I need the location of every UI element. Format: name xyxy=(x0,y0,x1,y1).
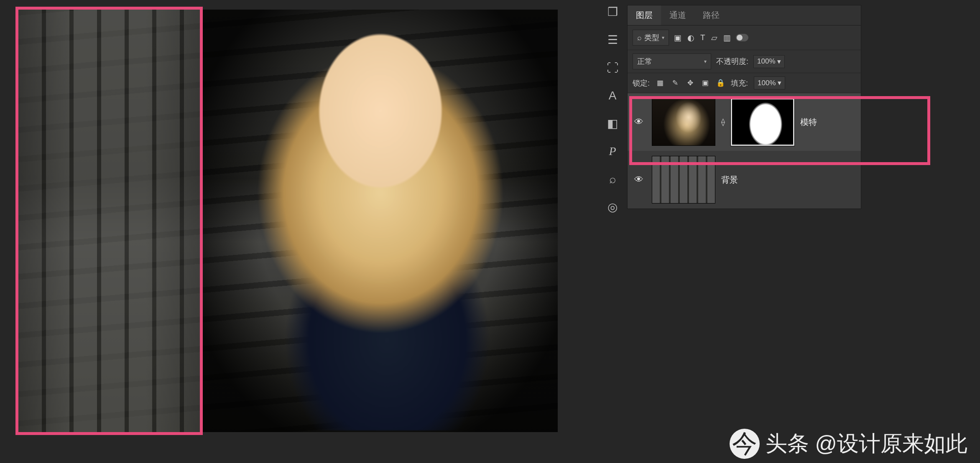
filter-type-icon[interactable]: T xyxy=(700,33,705,42)
layers-panel: 图层 通道 路径 ⌕ 类型 ▾ ▣ ◐ T ▱ ▥ 正常 ▾ 不透明度: 100… xyxy=(627,5,861,209)
fill-label: 填充: xyxy=(731,78,748,88)
filter-smart-icon[interactable]: ▥ xyxy=(723,33,731,43)
type-a-icon[interactable]: A xyxy=(604,89,621,102)
search-icon: ⌕ xyxy=(637,33,642,42)
filter-type-dropdown[interactable]: ⌕ 类型 ▾ xyxy=(633,30,669,46)
layer-filter-row: ⌕ 类型 ▾ ▣ ◐ T ▱ ▥ xyxy=(628,25,861,50)
magnify-icon[interactable]: ⌕ xyxy=(604,173,621,186)
lock-all-icon[interactable]: 🔒 xyxy=(716,79,725,87)
chevron-down-icon: ▾ xyxy=(778,79,781,87)
cube-icon[interactable]: ❒ xyxy=(604,5,621,19)
layer-thumbnail-background[interactable] xyxy=(652,156,715,204)
layer-row-background[interactable]: 👁 背景 xyxy=(628,151,861,209)
visibility-eye-icon[interactable]: 👁 xyxy=(632,174,646,185)
panel-tabs: 图层 通道 路径 xyxy=(628,5,861,25)
tab-channels[interactable]: 通道 xyxy=(661,5,694,25)
canvas-area xyxy=(0,0,585,463)
lock-artboard-icon[interactable]: ▣ xyxy=(701,79,710,87)
chevron-down-icon: ▾ xyxy=(704,59,707,64)
mask-link-icon[interactable]: ⟠ xyxy=(721,117,725,127)
vertical-tool-strip: ❒ ☰ ⛶ A ◧ P ⌕ ◎ xyxy=(602,5,623,214)
filter-adjust-icon[interactable]: ◐ xyxy=(687,33,694,43)
lock-label: 锁定: xyxy=(633,78,650,88)
opacity-field[interactable]: 100% ▾ xyxy=(753,55,784,68)
layer-mask-thumbnail[interactable] xyxy=(731,98,794,146)
watermark-handle: @设计原来如此 xyxy=(815,429,967,458)
tab-paths[interactable]: 路径 xyxy=(694,5,728,25)
lock-brush-icon[interactable]: ✎ xyxy=(671,79,680,87)
watermark-logo-icon: 今 xyxy=(730,429,760,459)
tab-layers[interactable]: 图层 xyxy=(628,5,661,25)
layer-row-model[interactable]: 👁 ⟠ 模特 xyxy=(628,93,861,151)
visibility-eye-icon[interactable]: 👁 xyxy=(632,117,646,127)
chevron-down-icon: ▾ xyxy=(777,57,781,66)
blend-mode-value: 正常 xyxy=(637,56,652,66)
filter-toggle[interactable] xyxy=(736,34,748,41)
layers-list: 👁 ⟠ 模特 👁 背景 xyxy=(628,93,861,209)
stamp-icon[interactable]: ⛶ xyxy=(604,61,621,75)
filter-shape-icon[interactable]: ▱ xyxy=(711,33,717,43)
cloud-icon[interactable]: ◎ xyxy=(604,200,621,214)
fill-field[interactable]: 100% ▾ xyxy=(754,76,785,89)
layer-name[interactable]: 模特 xyxy=(800,117,817,128)
filter-pixel-icon[interactable]: ▣ xyxy=(674,33,681,43)
list-icon[interactable]: ☰ xyxy=(604,33,621,47)
filter-label: 类型 xyxy=(644,33,659,43)
opacity-label: 不透明度: xyxy=(716,56,748,66)
fill-value: 100% xyxy=(758,79,776,87)
layer-thumbnail-model[interactable] xyxy=(652,98,715,146)
lock-move-icon[interactable]: ✥ xyxy=(686,79,695,87)
watermark-brand: 头条 xyxy=(766,429,809,458)
watermark: 今 头条 @设计原来如此 xyxy=(730,429,967,459)
lock-transparency-icon[interactable]: ▦ xyxy=(656,79,665,87)
chevron-down-icon: ▾ xyxy=(662,35,664,41)
annotation-highlight-left xyxy=(15,7,203,435)
canvas-model-figure xyxy=(209,21,552,430)
script-p-icon[interactable]: P xyxy=(604,145,621,158)
filter-icons: ▣ ◐ T ▱ ▥ xyxy=(674,33,731,43)
swatch-icon[interactable]: ◧ xyxy=(604,117,621,130)
lock-row: 锁定: ▦ ✎ ✥ ▣ 🔒 填充: 100% ▾ xyxy=(628,73,861,93)
opacity-value: 100% xyxy=(757,57,775,66)
blend-row: 正常 ▾ 不透明度: 100% ▾ xyxy=(628,50,861,73)
layer-name[interactable]: 背景 xyxy=(721,174,738,186)
blend-mode-dropdown[interactable]: 正常 ▾ xyxy=(633,53,711,69)
